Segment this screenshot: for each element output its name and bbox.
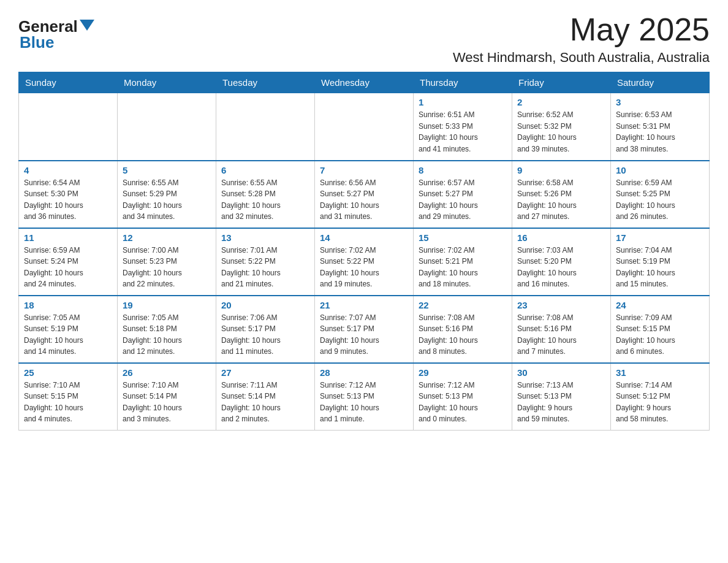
day-info: Sunrise: 6:56 AMSunset: 5:27 PMDaylight:… — [320, 177, 408, 223]
day-number: 24 — [616, 300, 704, 310]
day-number: 19 — [123, 300, 211, 310]
weekday-header-row: SundayMondayTuesdayWednesdayThursdayFrid… — [19, 72, 710, 93]
day-number: 20 — [221, 300, 309, 310]
day-number: 9 — [517, 165, 605, 175]
day-number: 13 — [221, 232, 309, 243]
calendar-week-row: 18Sunrise: 7:05 AMSunset: 5:19 PMDayligh… — [19, 296, 710, 363]
day-number: 6 — [221, 165, 309, 175]
calendar-cell-16: 16Sunrise: 7:03 AMSunset: 5:20 PMDayligh… — [512, 228, 611, 296]
day-info: Sunrise: 7:09 AMSunset: 5:15 PMDaylight:… — [616, 312, 704, 358]
day-info: Sunrise: 6:59 AMSunset: 5:24 PMDaylight:… — [24, 245, 112, 290]
weekday-header-wednesday: Wednesday — [315, 72, 414, 93]
calendar-cell-empty — [216, 93, 315, 161]
calendar-cell-3: 3Sunrise: 6:53 AMSunset: 5:31 PMDaylight… — [611, 93, 710, 161]
logo-blue-text: Blue — [18, 33, 94, 52]
logo-general-text: General — [18, 18, 78, 34]
day-number: 4 — [24, 165, 112, 175]
calendar-week-row: 1Sunrise: 6:51 AMSunset: 5:33 PMDaylight… — [19, 93, 710, 161]
day-info: Sunrise: 7:00 AMSunset: 5:23 PMDaylight:… — [123, 245, 211, 290]
day-number: 8 — [419, 165, 507, 175]
day-info: Sunrise: 7:06 AMSunset: 5:17 PMDaylight:… — [221, 312, 309, 358]
weekday-header-friday: Friday — [512, 72, 611, 93]
day-info: Sunrise: 7:10 AMSunset: 5:15 PMDaylight:… — [24, 380, 112, 425]
calendar-cell-22: 22Sunrise: 7:08 AMSunset: 5:16 PMDayligh… — [414, 296, 512, 363]
day-number: 25 — [24, 367, 112, 378]
day-info: Sunrise: 7:11 AMSunset: 5:14 PMDaylight:… — [221, 380, 309, 425]
day-number: 7 — [320, 165, 408, 175]
day-number: 30 — [517, 367, 605, 378]
calendar-cell-27: 27Sunrise: 7:11 AMSunset: 5:14 PMDayligh… — [216, 363, 315, 431]
weekday-header-thursday: Thursday — [414, 72, 512, 93]
location-subtitle: West Hindmarsh, South Australia, Austral… — [453, 50, 710, 66]
calendar-cell-21: 21Sunrise: 7:07 AMSunset: 5:17 PMDayligh… — [315, 296, 414, 363]
calendar-cell-7: 7Sunrise: 6:56 AMSunset: 5:27 PMDaylight… — [315, 161, 414, 228]
day-info: Sunrise: 6:54 AMSunset: 5:30 PMDaylight:… — [24, 177, 112, 223]
month-year-title: May 2025 — [453, 12, 710, 47]
calendar-cell-5: 5Sunrise: 6:55 AMSunset: 5:29 PMDaylight… — [118, 161, 216, 228]
day-info: Sunrise: 7:12 AMSunset: 5:13 PMDaylight:… — [320, 380, 408, 425]
calendar-cell-14: 14Sunrise: 7:02 AMSunset: 5:22 PMDayligh… — [315, 228, 414, 296]
day-info: Sunrise: 7:05 AMSunset: 5:19 PMDaylight:… — [24, 312, 112, 358]
calendar-cell-8: 8Sunrise: 6:57 AMSunset: 5:27 PMDaylight… — [414, 161, 512, 228]
day-number: 23 — [517, 300, 605, 310]
calendar-cell-6: 6Sunrise: 6:55 AMSunset: 5:28 PMDaylight… — [216, 161, 315, 228]
day-number: 12 — [123, 232, 211, 243]
calendar-cell-24: 24Sunrise: 7:09 AMSunset: 5:15 PMDayligh… — [611, 296, 710, 363]
day-info: Sunrise: 7:05 AMSunset: 5:18 PMDaylight:… — [123, 312, 211, 358]
day-number: 28 — [320, 367, 408, 378]
day-number: 27 — [221, 367, 309, 378]
day-info: Sunrise: 7:02 AMSunset: 5:22 PMDaylight:… — [320, 245, 408, 290]
day-number: 3 — [616, 97, 704, 107]
day-info: Sunrise: 7:03 AMSunset: 5:20 PMDaylight:… — [517, 245, 605, 290]
day-number: 21 — [320, 300, 408, 310]
calendar-cell-empty — [19, 93, 118, 161]
calendar-week-row: 25Sunrise: 7:10 AMSunset: 5:15 PMDayligh… — [19, 363, 710, 431]
day-number: 29 — [419, 367, 507, 378]
calendar-cell-18: 18Sunrise: 7:05 AMSunset: 5:19 PMDayligh… — [19, 296, 118, 363]
calendar-cell-15: 15Sunrise: 7:02 AMSunset: 5:21 PMDayligh… — [414, 228, 512, 296]
calendar-cell-30: 30Sunrise: 7:13 AMSunset: 5:13 PMDayligh… — [512, 363, 611, 431]
title-area: May 2025 West Hindmarsh, South Australia… — [453, 12, 710, 66]
calendar-cell-20: 20Sunrise: 7:06 AMSunset: 5:17 PMDayligh… — [216, 296, 315, 363]
calendar-cell-29: 29Sunrise: 7:12 AMSunset: 5:13 PMDayligh… — [414, 363, 512, 431]
calendar-cell-13: 13Sunrise: 7:01 AMSunset: 5:22 PMDayligh… — [216, 228, 315, 296]
day-info: Sunrise: 6:55 AMSunset: 5:29 PMDaylight:… — [123, 177, 211, 223]
calendar-week-row: 11Sunrise: 6:59 AMSunset: 5:24 PMDayligh… — [19, 228, 710, 296]
day-number: 16 — [517, 232, 605, 243]
calendar-cell-19: 19Sunrise: 7:05 AMSunset: 5:18 PMDayligh… — [118, 296, 216, 363]
day-number: 14 — [320, 232, 408, 243]
day-info: Sunrise: 6:55 AMSunset: 5:28 PMDaylight:… — [221, 177, 309, 223]
day-info: Sunrise: 7:04 AMSunset: 5:19 PMDaylight:… — [616, 245, 704, 290]
calendar-cell-2: 2Sunrise: 6:52 AMSunset: 5:32 PMDaylight… — [512, 93, 611, 161]
calendar-cell-17: 17Sunrise: 7:04 AMSunset: 5:19 PMDayligh… — [611, 228, 710, 296]
day-number: 5 — [123, 165, 211, 175]
weekday-header-monday: Monday — [118, 72, 216, 93]
calendar-cell-10: 10Sunrise: 6:59 AMSunset: 5:25 PMDayligh… — [611, 161, 710, 228]
day-info: Sunrise: 6:52 AMSunset: 5:32 PMDaylight:… — [517, 109, 605, 155]
calendar-cell-11: 11Sunrise: 6:59 AMSunset: 5:24 PMDayligh… — [19, 228, 118, 296]
day-number: 18 — [24, 300, 112, 310]
calendar-cell-28: 28Sunrise: 7:12 AMSunset: 5:13 PMDayligh… — [315, 363, 414, 431]
weekday-header-tuesday: Tuesday — [216, 72, 315, 93]
calendar-week-row: 4Sunrise: 6:54 AMSunset: 5:30 PMDaylight… — [19, 161, 710, 228]
logo: General Blue — [18, 12, 94, 52]
calendar-cell-empty — [315, 93, 414, 161]
day-info: Sunrise: 7:13 AMSunset: 5:13 PMDaylight:… — [517, 380, 605, 425]
calendar-cell-31: 31Sunrise: 7:14 AMSunset: 5:12 PMDayligh… — [611, 363, 710, 431]
day-info: Sunrise: 7:01 AMSunset: 5:22 PMDaylight:… — [221, 245, 309, 290]
day-number: 31 — [616, 367, 704, 378]
day-info: Sunrise: 6:58 AMSunset: 5:26 PMDaylight:… — [517, 177, 605, 223]
day-info: Sunrise: 6:57 AMSunset: 5:27 PMDaylight:… — [419, 177, 507, 223]
day-info: Sunrise: 6:51 AMSunset: 5:33 PMDaylight:… — [419, 109, 507, 155]
day-info: Sunrise: 7:14 AMSunset: 5:12 PMDaylight:… — [616, 380, 704, 425]
day-number: 26 — [123, 367, 211, 378]
day-info: Sunrise: 7:10 AMSunset: 5:14 PMDaylight:… — [123, 380, 211, 425]
day-info: Sunrise: 6:53 AMSunset: 5:31 PMDaylight:… — [616, 109, 704, 155]
calendar-cell-empty — [118, 93, 216, 161]
calendar-cell-12: 12Sunrise: 7:00 AMSunset: 5:23 PMDayligh… — [118, 228, 216, 296]
day-info: Sunrise: 7:12 AMSunset: 5:13 PMDaylight:… — [419, 380, 507, 425]
day-number: 11 — [24, 232, 112, 243]
calendar-cell-23: 23Sunrise: 7:08 AMSunset: 5:16 PMDayligh… — [512, 296, 611, 363]
weekday-header-sunday: Sunday — [19, 72, 118, 93]
day-number: 2 — [517, 97, 605, 107]
